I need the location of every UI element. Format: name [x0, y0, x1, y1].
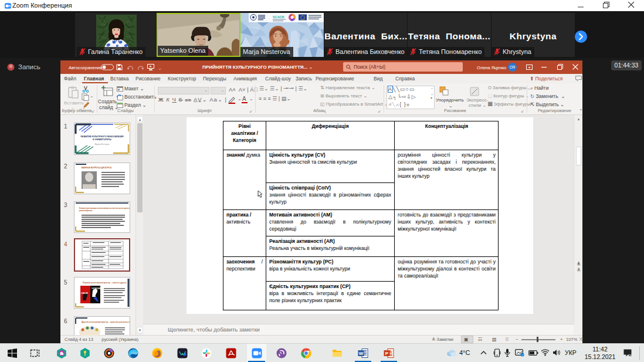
svg-text:SCACB: SCACB	[273, 15, 284, 19]
svg-text:ВАЖНЫЕ ВОПРОСЫ ДИСКУРСА: ВАЖНЫЕ ВОПРОСЫ ДИСКУРСА	[82, 167, 112, 169]
svg-text:W: W	[359, 351, 364, 356]
svg-text:И УНИВЕРСИТЕТЫ: И УНИВЕРСИТЕТЫ	[93, 138, 112, 141]
svg-text:ЧУЖОЙ: ЧУЖОЙ	[91, 287, 100, 290]
svg-text:разнообразия: разнообразия	[79, 209, 92, 212]
svg-text:Другой когнитивный фактор – пр: Другой когнитивный фактор – практики реа…	[82, 321, 130, 323]
svg-text:РАЗВИТИЕ КУЛЬТУРНОГО РАЗНООБРА: РАЗВИТИЕ КУЛЬТУРНОГО РАЗНООБРАЗИЯ	[81, 136, 124, 138]
svg-text:Марина Нестерова: Марина Нестерова	[95, 143, 110, 146]
svg-text:СВОЙ: СВОЙ	[81, 292, 88, 295]
svg-text:P: P	[385, 351, 389, 356]
svg-text:Первый когнитивный фактор – со: Первый когнитивный фактор – совесть друг…	[83, 282, 127, 284]
